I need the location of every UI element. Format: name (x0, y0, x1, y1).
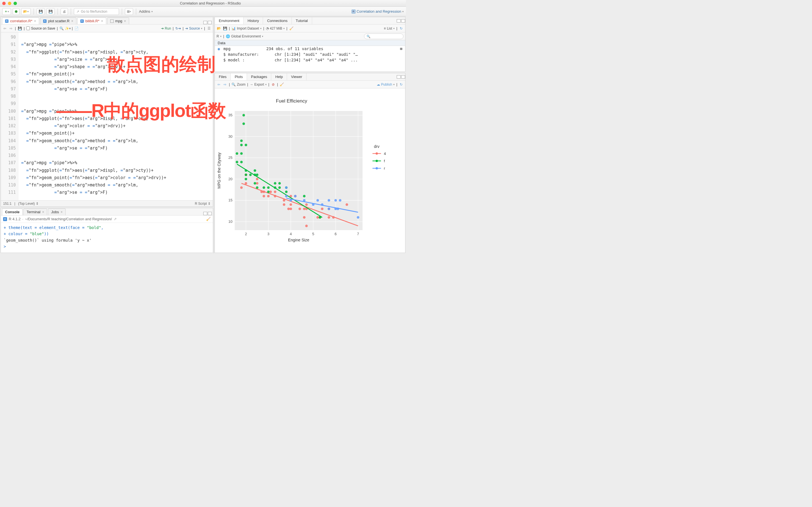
project-menu[interactable]: R Correlation and Regression ▾ (352, 9, 404, 13)
svg-point-21 (267, 195, 269, 198)
export-menu[interactable]: → Export ▾ (250, 82, 267, 87)
files-tab[interactable]: Files (215, 73, 231, 80)
workspace-panes-button[interactable]: ⊞▾ (125, 8, 133, 15)
new-project-button[interactable]: ⬢ (13, 8, 19, 15)
editor-tab-mpg[interactable]: mpg× (107, 17, 129, 24)
close-window-button[interactable] (2, 2, 6, 5)
svg-point-44 (346, 203, 348, 206)
code-editor[interactable]: 9091929394959697989910010110210310410510… (1, 33, 213, 200)
refresh-env-icon[interactable]: ↻ (399, 26, 403, 31)
svg-point-52 (243, 122, 245, 125)
import-dataset-menu[interactable]: 📊 Import Dataset ▾ (232, 26, 262, 31)
terminal-tab[interactable]: Terminal× (23, 209, 47, 215)
run-button[interactable]: ➔ Run (161, 26, 171, 31)
help-tab[interactable]: Help (271, 73, 287, 80)
minimize-pane-button[interactable] (397, 75, 401, 78)
open-file-button[interactable]: 📂▾ (21, 8, 31, 15)
refresh-plot-icon[interactable]: ↻ (399, 82, 403, 87)
close-icon[interactable]: × (124, 19, 126, 23)
svg-text:4: 4 (384, 152, 386, 156)
svg-point-64 (262, 186, 265, 189)
plots-tab[interactable]: Plots (231, 73, 247, 80)
rerun-button[interactable]: ↻➔ (175, 26, 181, 31)
svg-point-51 (240, 144, 243, 146)
close-icon[interactable]: × (34, 19, 36, 23)
svg-point-17 (256, 178, 259, 180)
print-button[interactable]: 🖨 (61, 8, 68, 15)
clear-console-icon[interactable]: 🧹 (206, 217, 211, 221)
minimize-window-button[interactable] (8, 2, 11, 5)
tutorial-tab[interactable]: Tutorial (292, 17, 312, 24)
environment-search-input[interactable] (364, 34, 403, 39)
maximize-pane-button[interactable] (401, 75, 405, 78)
save-all-button[interactable]: 💾 (47, 8, 55, 15)
new-file-button[interactable]: ＋▾ (2, 8, 11, 15)
source-button[interactable]: ➔ Source ▾ (185, 26, 202, 31)
svg-text:6: 6 (335, 232, 337, 236)
save-button[interactable]: 💾 (37, 8, 45, 15)
memory-usage[interactable]: ◔ 427 MiB ▾ (266, 26, 285, 31)
svg-point-13 (240, 186, 243, 189)
go-to-file-input[interactable]: ↗Go to file/function (74, 8, 119, 15)
console-output[interactable]: + theme(text = element_text(face = "bold… (1, 223, 213, 252)
connections-tab[interactable]: Connections (263, 17, 292, 24)
editor-tab-plot-scatter[interactable]: Rplot scatter.R× (40, 17, 77, 24)
maximize-pane-button[interactable] (208, 21, 212, 24)
env-section-data: Data (215, 40, 405, 46)
zoom-window-button[interactable] (13, 2, 17, 5)
console-pane: Console Terminal× Jobs× R R 4.1.2 · ~/Do… (1, 208, 213, 253)
table-view-icon[interactable]: ⊞ (400, 47, 402, 51)
addins-menu[interactable]: Addins ▾ (139, 9, 153, 13)
publish-menu[interactable]: ☁ Publish ▾ (377, 82, 395, 87)
next-plot-icon[interactable]: ⇨ (223, 82, 227, 87)
outline-icon[interactable]: ☰ (207, 26, 211, 31)
find-icon[interactable]: 🔍 (59, 26, 64, 31)
environment-scope-menu[interactable]: 🌐 Global Environment ▾ (226, 34, 263, 38)
wand-icon[interactable]: ✨▾ (66, 26, 70, 31)
back-icon[interactable]: ⇦ (3, 26, 7, 31)
save-icon[interactable]: 💾 (17, 26, 22, 31)
svg-point-28 (290, 203, 292, 206)
close-icon[interactable]: × (71, 19, 73, 23)
svg-point-47 (236, 152, 238, 155)
env-object-mpg[interactable]: ◉ mpg 234 obs. of 11 variables ⊞ (215, 46, 405, 52)
jobs-tab[interactable]: Jobs× (48, 209, 65, 215)
notebook-icon[interactable]: 📄 (74, 26, 79, 31)
console-tab[interactable]: Console (2, 209, 22, 215)
svg-text:MPG on the Cityway: MPG on the Cityway (217, 152, 221, 188)
cursor-position: 151:1 (3, 202, 11, 206)
maximize-pane-button[interactable] (401, 19, 405, 22)
minimize-pane-button[interactable] (203, 212, 207, 215)
console-info-bar: R R 4.1.2 · ~/Documents/R teaching/Corre… (1, 216, 213, 223)
zoom-button[interactable]: 🔍 Zoom (232, 82, 246, 87)
source-on-save-checkbox[interactable]: Source on Save (26, 26, 55, 31)
view-mode-menu[interactable]: ≡ List ▾ (384, 26, 395, 31)
svg-text:30: 30 (229, 134, 233, 138)
minimize-pane-button[interactable] (203, 21, 207, 24)
scope-label[interactable]: (Top Level) ⇕ (18, 202, 39, 206)
language-label[interactable]: R Script ⇕ (195, 202, 211, 206)
wd-link-icon[interactable]: ⇗ (114, 217, 117, 221)
close-icon[interactable]: × (101, 19, 103, 23)
prev-plot-icon[interactable]: ⇦ (216, 82, 221, 87)
language-scope-menu[interactable]: R ▾ (216, 34, 221, 38)
history-tab[interactable]: History (244, 17, 263, 24)
svg-point-82 (316, 199, 319, 202)
packages-tab[interactable]: Packages (247, 73, 271, 80)
viewer-tab[interactable]: Viewer (287, 73, 306, 80)
environment-tab[interactable]: Environment (215, 17, 244, 24)
remove-plot-icon[interactable]: ⊘ (271, 82, 275, 87)
editor-tab-correlation[interactable]: Rcorrelation.R*× (2, 17, 39, 24)
minimize-pane-button[interactable] (397, 19, 401, 22)
clear-objects-icon[interactable]: 🧹 (289, 26, 294, 31)
svg-point-26 (283, 203, 285, 206)
load-workspace-icon[interactable]: 📂 (216, 26, 221, 31)
env-var-model: $ model : chr [1:234] "a4" "a4" "a4" "a4… (215, 57, 405, 63)
window-titlebar: Correlation and Regression - RStudio (0, 0, 406, 7)
editor-tab-bilibili[interactable]: Rbilibili.R*× (77, 17, 106, 24)
forward-icon[interactable]: ⇨ (9, 26, 13, 31)
clear-plots-icon[interactable]: 🧹 (280, 82, 284, 87)
save-workspace-icon[interactable]: 💾 (223, 26, 227, 31)
svg-point-32 (299, 208, 301, 210)
maximize-pane-button[interactable] (208, 212, 212, 215)
